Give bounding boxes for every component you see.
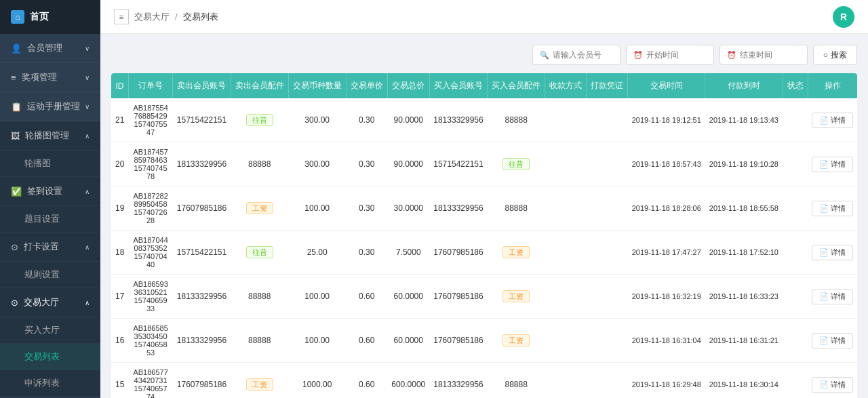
start-time-input[interactable] bbox=[646, 50, 707, 60]
detail-button[interactable]: 📄详情 bbox=[812, 113, 853, 128]
search-button[interactable]: ○ 搜索 bbox=[813, 45, 857, 65]
col-voucher: 打款凭证 bbox=[587, 73, 628, 98]
cell-trade-time: 2019-11-18 18:28:06 bbox=[628, 186, 705, 231]
detail-button[interactable]: 📄详情 bbox=[812, 377, 853, 393]
cell-pay-time: 2019-11-18 19:10:28 bbox=[705, 142, 783, 186]
cell-unit-price: 0.60 bbox=[346, 319, 387, 363]
cell-order-no: AB187554768854291574075547 bbox=[128, 98, 172, 142]
cell-id: 19 bbox=[111, 186, 128, 231]
menu-icon: ≡ bbox=[119, 13, 123, 21]
sidebar-subitem-carousel-img[interactable]: 轮播图 bbox=[0, 151, 100, 177]
main-content: ≡ 交易大厅 / 交易列表 R 🔍 ⏰ ⏰ ○ 搜索 bbox=[100, 0, 868, 398]
cell-unit-price: 0.30 bbox=[346, 186, 387, 231]
sidebar-item-athlete[interactable]: 📋 运动手册管理 ∨ bbox=[0, 92, 100, 121]
buy-hall-label: 买入大厅 bbox=[24, 325, 60, 335]
buyer-config-tag: 工资 bbox=[502, 290, 530, 302]
sidebar-item-trade[interactable]: ⊙ 交易大厅 ∧ bbox=[0, 288, 100, 317]
sidebar-subitem-trade-list[interactable]: 交易列表 bbox=[0, 344, 100, 370]
cell-payment bbox=[545, 186, 587, 231]
sidebar-item-carousel[interactable]: 🖼 轮播图管理 ∧ bbox=[0, 121, 100, 151]
cell-order-no: AB186593363105211574065933 bbox=[128, 275, 172, 319]
sidebar-item-checkin[interactable]: ✅ 签到设置 ∧ bbox=[0, 177, 100, 206]
detail-button[interactable]: 📄详情 bbox=[812, 157, 853, 172]
col-buyer-account: 买入会员账号 bbox=[429, 73, 487, 98]
cell-payment bbox=[545, 275, 587, 319]
end-time-input[interactable] bbox=[740, 50, 800, 60]
cell-status bbox=[783, 142, 808, 186]
col-action: 操作 bbox=[808, 73, 857, 98]
topbar: ≡ 交易大厅 / 交易列表 R bbox=[100, 0, 868, 34]
seller-config-text: 88888 bbox=[248, 292, 271, 301]
col-id: ID bbox=[111, 73, 128, 98]
detail-button[interactable]: 📄详情 bbox=[812, 289, 853, 304]
chevron-down-icon: ∨ bbox=[85, 103, 90, 111]
sidebar-item-punch[interactable]: ⊙ 打卡设置 ∧ bbox=[0, 233, 100, 262]
detail-button[interactable]: 📄详情 bbox=[812, 245, 853, 260]
clock-icon: ⏰ bbox=[727, 51, 736, 60]
cell-seller-config: 88888 bbox=[231, 319, 288, 363]
table-row: 18 AB187044083753521574070440 1571542215… bbox=[111, 231, 857, 275]
member-input[interactable] bbox=[553, 50, 613, 60]
table-body: 21 AB187554768854291574075547 1571542215… bbox=[111, 98, 857, 398]
table-row: 17 AB186593363105211574065933 1813332995… bbox=[111, 275, 857, 319]
sidebar-item-member[interactable]: 👤 会员管理 ∨ bbox=[0, 34, 100, 63]
cell-trade-time: 2019-11-18 16:32:19 bbox=[628, 275, 705, 319]
cell-seller-account: 15715422151 bbox=[173, 231, 231, 275]
cell-id: 18 bbox=[111, 231, 128, 275]
cell-seller-config: 工资 bbox=[231, 186, 288, 231]
sidebar-subitem-rules[interactable]: 规则设置 bbox=[0, 262, 100, 288]
sidebar-item-prize[interactable]: ≡ 奖项管理 ∨ bbox=[0, 63, 100, 92]
detail-button[interactable]: 📄详情 bbox=[812, 201, 853, 216]
cell-order-no: AB186585353034501574065853 bbox=[128, 319, 172, 363]
cell-payment bbox=[545, 319, 587, 363]
cell-seller-config: 88888 bbox=[231, 275, 288, 319]
cell-status bbox=[783, 231, 808, 275]
cell-voucher bbox=[587, 98, 628, 142]
cell-total-price: 90.0000 bbox=[387, 142, 429, 186]
cell-seller-config: 工资 bbox=[231, 363, 288, 399]
cell-action: 📄详情 bbox=[808, 231, 857, 275]
cell-payment bbox=[545, 231, 587, 275]
cell-seller-account: 17607985186 bbox=[173, 186, 231, 231]
cell-trade-time: 2019-11-18 19:12:51 bbox=[628, 98, 705, 142]
cell-trade-count: 100.00 bbox=[288, 186, 346, 231]
cell-payment bbox=[545, 142, 587, 186]
chevron-up-icon: ∧ bbox=[85, 299, 90, 306]
table-row: 19 AB187282899504581574072628 1760798518… bbox=[111, 186, 857, 231]
avatar[interactable]: R bbox=[833, 6, 854, 28]
sidebar-checkin-label: 签到设置 bbox=[27, 185, 62, 197]
member-filter[interactable]: 🔍 bbox=[532, 45, 620, 65]
sidebar-subitem-buy-hall[interactable]: 买入大厅 bbox=[0, 317, 100, 344]
buyer-config-text: 88888 bbox=[505, 380, 528, 389]
cell-buyer-config: 88888 bbox=[488, 98, 545, 142]
seller-config-tag: 工资 bbox=[246, 378, 273, 391]
sidebar-logo[interactable]: ⌂ 首页 bbox=[0, 0, 100, 34]
cell-status bbox=[783, 363, 808, 399]
cell-voucher bbox=[587, 363, 628, 399]
cell-seller-account: 18133329956 bbox=[173, 142, 231, 186]
start-time-filter[interactable]: ⏰ bbox=[626, 45, 714, 65]
detail-icon: 📄 bbox=[819, 292, 829, 301]
seller-config-text: 88888 bbox=[248, 336, 271, 345]
table-row: 20 AB187457859784631574074578 1813332995… bbox=[111, 142, 857, 186]
buyer-config-text: 88888 bbox=[505, 203, 528, 213]
detail-button[interactable]: 📄详情 bbox=[812, 333, 853, 349]
cell-voucher bbox=[587, 186, 628, 231]
sidebar-subitem-appeal-list[interactable]: 申诉列表 bbox=[0, 370, 100, 397]
cell-unit-price: 0.30 bbox=[346, 231, 387, 275]
col-pay-time: 付款到时 bbox=[705, 73, 783, 98]
rules-label: 规则设置 bbox=[24, 269, 60, 279]
table-row: 21 AB187554768854291574075547 1571542215… bbox=[111, 98, 857, 142]
cell-unit-price: 0.30 bbox=[346, 98, 387, 142]
breadcrumb-parent: 交易大厅 bbox=[134, 11, 170, 23]
cell-pay-time: 2019-11-18 16:31:21 bbox=[705, 319, 783, 363]
buyer-config-tag: 工资 bbox=[502, 334, 530, 346]
sidebar: ⌂ 首页 👤 会员管理 ∨ ≡ 奖项管理 ∨ 📋 运动手册管理 ∨ 🖼 轮播图管… bbox=[0, 0, 100, 398]
sidebar-carousel-label: 轮播图管理 bbox=[25, 130, 69, 142]
end-time-filter[interactable]: ⏰ bbox=[719, 45, 808, 65]
sidebar-subitem-topic[interactable]: 题目设置 bbox=[0, 206, 100, 233]
cell-trade-count: 1000.00 bbox=[288, 363, 346, 399]
cell-buyer-account: 15715422151 bbox=[429, 142, 487, 186]
detail-icon: 📄 bbox=[819, 248, 829, 257]
prize-icon: ≡ bbox=[11, 73, 16, 83]
